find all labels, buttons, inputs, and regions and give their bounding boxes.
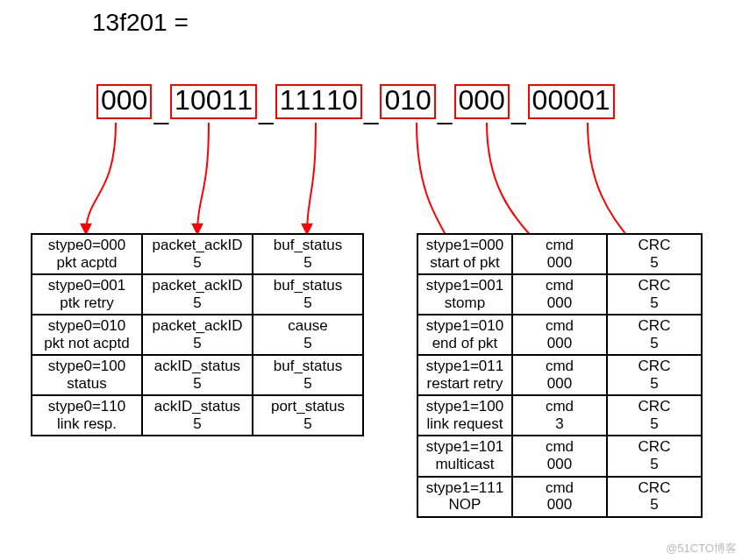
- bit-group-4: 000: [454, 84, 510, 119]
- table-row: stype1=111NOPcmd000CRC5: [417, 477, 702, 517]
- arrow: [197, 123, 209, 233]
- bit-group-2: 11110: [275, 84, 362, 119]
- stype0-cell: stype0=010pkt not acptd: [32, 315, 142, 355]
- stype0-cell: ackID_status5: [142, 395, 253, 436]
- separator: _: [362, 96, 381, 125]
- stype0-table: stype0=000pkt acptdpacket_ackID5buf_stat…: [31, 233, 364, 436]
- stype1-cell: cmd000: [512, 477, 607, 517]
- stype1-cell: stype1=000start of pkt: [417, 234, 512, 274]
- stype0-cell: packet_ackID5: [142, 274, 253, 315]
- stype0-cell: cause5: [253, 315, 363, 355]
- table-row: stype1=000start of pktcmd000CRC5: [417, 234, 702, 274]
- stype0-cell: stype0=110link resp.: [32, 395, 142, 436]
- stype0-cell: buf_status5: [253, 355, 363, 395]
- stype0-cell: stype0=001ptk retry: [32, 274, 142, 315]
- stype1-cell: cmd3: [512, 395, 607, 436]
- stype1-cell: CRC5: [607, 234, 702, 274]
- bit-group-3: 010: [380, 84, 435, 119]
- stype1-cell: CRC5: [607, 355, 702, 395]
- stype0-cell: port_status5: [253, 395, 363, 436]
- separator: _: [436, 96, 454, 125]
- stype1-cell: stype1=111NOP: [417, 477, 512, 517]
- stype1-cell: cmd000: [512, 355, 607, 395]
- stype1-cell: stype1=011restart retry: [417, 355, 512, 395]
- arrow: [86, 123, 116, 233]
- stype0-cell: packet_ackID5: [142, 234, 253, 274]
- table-row: stype0=000pkt acptdpacket_ackID5buf_stat…: [32, 234, 363, 274]
- bit-sequence: 000 _ 10011 _ 11110 _ 010 _ 000 _ 00001: [96, 84, 615, 119]
- stype1-cell: cmd000: [512, 436, 607, 476]
- table-row: stype0=100statusackID_status5buf_status5: [32, 355, 363, 395]
- separator: _: [510, 96, 528, 125]
- watermark: @51CTO博客: [666, 541, 737, 556]
- stype1-cell: CRC5: [607, 477, 702, 517]
- stype0-cell: stype0=100status: [32, 355, 142, 395]
- stype1-cell: stype1=010end of pkt: [417, 315, 512, 355]
- stype1-cell: cmd000: [512, 234, 607, 274]
- stype1-cell: stype1=101multicast: [417, 436, 512, 476]
- stype1-cell: CRC5: [607, 274, 702, 315]
- stype1-cell: cmd000: [512, 274, 607, 315]
- bit-group-5: 00001: [528, 84, 615, 119]
- stype1-cell: cmd000: [512, 315, 607, 355]
- bit-group-1: 10011: [170, 84, 257, 119]
- bit-group-0: 000: [96, 84, 152, 119]
- hex-title: 13f201 =: [92, 9, 189, 37]
- stype1-cell: CRC5: [607, 315, 702, 355]
- table-row: stype1=011restart retrycmd000CRC5: [417, 355, 702, 395]
- stype1-cell: stype1=001stomp: [417, 274, 512, 315]
- table-row: stype1=101multicastcmd000CRC5: [417, 436, 702, 476]
- stype0-cell: buf_status5: [253, 234, 363, 274]
- stype1-cell: CRC5: [607, 395, 702, 436]
- table-row: stype0=110link resp.ackID_status5port_st…: [32, 395, 363, 436]
- table-row: stype1=010end of pktcmd000CRC5: [417, 315, 702, 355]
- arrow: [307, 123, 316, 233]
- table-row: stype1=100link requestcmd3CRC5: [417, 395, 702, 436]
- stype0-cell: ackID_status5: [142, 355, 253, 395]
- stype1-cell: stype1=100link request: [417, 395, 512, 436]
- stype0-cell: packet_ackID5: [142, 315, 253, 355]
- table-row: stype0=010pkt not acptdpacket_ackID5caus…: [32, 315, 363, 355]
- separator: _: [257, 96, 275, 125]
- stype0-cell: buf_status5: [253, 274, 363, 315]
- table-row: stype1=001stompcmd000CRC5: [417, 274, 702, 315]
- table-row: stype0=001ptk retrypacket_ackID5buf_stat…: [32, 274, 363, 315]
- stype0-cell: stype0=000pkt acptd: [32, 234, 142, 274]
- separator: _: [152, 96, 170, 125]
- stype1-table: stype1=000start of pktcmd000CRC5stype1=0…: [417, 233, 703, 518]
- stype1-cell: CRC5: [607, 436, 702, 476]
